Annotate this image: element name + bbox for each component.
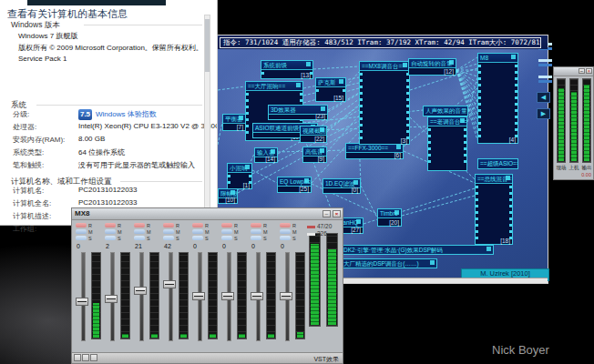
record-button[interactable] xyxy=(163,223,174,228)
fader-track[interactable] xyxy=(139,252,144,341)
input-port[interactable] xyxy=(246,106,249,108)
minimized-module-bar[interactable]: 大厂精选的DSP调音台(……) xyxy=(341,258,437,268)
input-port[interactable] xyxy=(428,154,431,157)
input-port[interactable] xyxy=(360,73,363,76)
node-menu-icon[interactable] xyxy=(506,176,510,180)
input-port[interactable] xyxy=(316,89,319,92)
input-port[interactable] xyxy=(228,175,230,177)
output-port[interactable] xyxy=(515,84,517,86)
mute-button[interactable] xyxy=(221,229,232,234)
output-port[interactable] xyxy=(515,135,517,137)
input-port[interactable] xyxy=(478,77,481,80)
node-menu-icon[interactable] xyxy=(356,219,361,224)
solo-button[interactable] xyxy=(251,236,261,240)
mute-button[interactable] xyxy=(163,229,174,234)
output-port[interactable] xyxy=(515,116,517,118)
solo-button[interactable] xyxy=(280,236,291,240)
input-port[interactable] xyxy=(246,125,249,127)
output-port[interactable] xyxy=(464,128,466,131)
output-port[interactable] xyxy=(509,205,512,207)
output-port[interactable] xyxy=(509,230,512,233)
node-menu-icon[interactable] xyxy=(460,118,465,123)
output-port[interactable] xyxy=(509,211,512,214)
output-port[interactable] xyxy=(406,98,409,101)
mini-button[interactable] xyxy=(90,354,97,361)
input-port[interactable] xyxy=(428,128,431,131)
node-menu-icon[interactable] xyxy=(339,79,343,84)
output-port[interactable] xyxy=(464,141,466,144)
node-menu-icon[interactable] xyxy=(271,149,275,154)
output-port[interactable] xyxy=(515,71,517,74)
module-node[interactable]: 小混响[1] xyxy=(227,163,252,189)
fader-handle[interactable] xyxy=(221,292,234,300)
output-port[interactable] xyxy=(515,90,517,93)
input-port[interactable] xyxy=(478,65,481,67)
module-node[interactable]: 视频截图[22] xyxy=(300,126,327,143)
output-port[interactable] xyxy=(515,77,517,80)
menu-icon[interactable] xyxy=(538,76,552,84)
input-port[interactable] xyxy=(360,98,363,101)
node-menu-icon[interactable] xyxy=(296,83,301,87)
input-port[interactable] xyxy=(476,198,478,201)
input-port[interactable] xyxy=(360,130,363,133)
fader-track[interactable] xyxy=(169,252,173,341)
module-node[interactable]: M8[4] xyxy=(477,53,518,144)
output-port[interactable] xyxy=(509,224,512,227)
input-port[interactable] xyxy=(478,135,481,137)
output-port[interactable] xyxy=(515,109,517,112)
fader-handle[interactable] xyxy=(105,295,118,303)
input-port[interactable] xyxy=(476,205,478,207)
node-menu-icon[interactable] xyxy=(449,60,454,65)
output-port[interactable] xyxy=(406,92,409,95)
scrollbar-thumb[interactable] xyxy=(205,19,210,72)
input-port[interactable] xyxy=(476,237,478,239)
input-port[interactable] xyxy=(478,71,481,74)
module-node[interactable]: Timbre[20] xyxy=(377,208,402,227)
input-port[interactable] xyxy=(428,160,431,163)
input-port[interactable] xyxy=(478,122,481,125)
node-menu-icon[interactable] xyxy=(511,55,516,59)
mute-button[interactable] xyxy=(251,229,261,234)
module-node[interactable]: ==MX8调音台==[3] xyxy=(359,61,410,145)
mute-button[interactable] xyxy=(76,229,87,234)
input-port[interactable] xyxy=(246,93,249,96)
input-port[interactable] xyxy=(228,181,230,184)
menu-icon[interactable] xyxy=(538,59,552,67)
fader-handle[interactable] xyxy=(251,292,263,300)
record-button[interactable] xyxy=(76,223,87,228)
input-port[interactable] xyxy=(360,105,363,107)
module-node[interactable]: 输入器[14] xyxy=(254,147,278,163)
input-port[interactable] xyxy=(428,135,431,137)
input-port[interactable] xyxy=(478,128,481,131)
mixer-titlebar[interactable]: MX8 – × xyxy=(72,208,343,220)
solo-button[interactable] xyxy=(134,236,145,240)
record-button[interactable] xyxy=(280,223,291,228)
mute-button[interactable] xyxy=(280,229,291,234)
output-port[interactable] xyxy=(300,93,302,96)
node-menu-icon[interactable] xyxy=(239,116,243,120)
input-port[interactable] xyxy=(478,84,481,86)
shortcut-arrow-left-icon[interactable]: ◀ xyxy=(537,92,550,103)
module-node[interactable]: 系统前级[13] xyxy=(261,60,313,79)
input-port[interactable] xyxy=(476,230,478,233)
module-node[interactable]: 平衡器[7] xyxy=(222,114,246,131)
node-menu-icon[interactable] xyxy=(320,127,324,132)
minimize-button[interactable]: – xyxy=(323,210,331,217)
meter-titlebar[interactable]: – × xyxy=(554,67,593,76)
module-node[interactable]: 高低音[9] xyxy=(302,147,327,163)
input-port[interactable] xyxy=(478,96,481,99)
output-port[interactable] xyxy=(515,122,517,125)
output-port[interactable] xyxy=(464,160,466,163)
input-port[interactable] xyxy=(428,141,431,144)
minimize-button[interactable]: – xyxy=(579,68,585,74)
mute-button[interactable] xyxy=(192,229,203,234)
output-port[interactable] xyxy=(406,124,409,126)
record-button[interactable] xyxy=(251,223,261,228)
patch-titlebar[interactable]: 指令: 731/1024 通用存储器: 483/512 ITram: 37/19… xyxy=(218,35,548,49)
record-button[interactable] xyxy=(221,223,232,228)
module-node-collapsed[interactable]: 人声效果的音量 xyxy=(423,106,468,116)
input-port[interactable] xyxy=(246,118,249,121)
fader-handle[interactable] xyxy=(280,292,292,300)
module-node[interactable]: EQ Lowpass[25] xyxy=(277,177,312,193)
close-button[interactable]: × xyxy=(586,68,592,74)
